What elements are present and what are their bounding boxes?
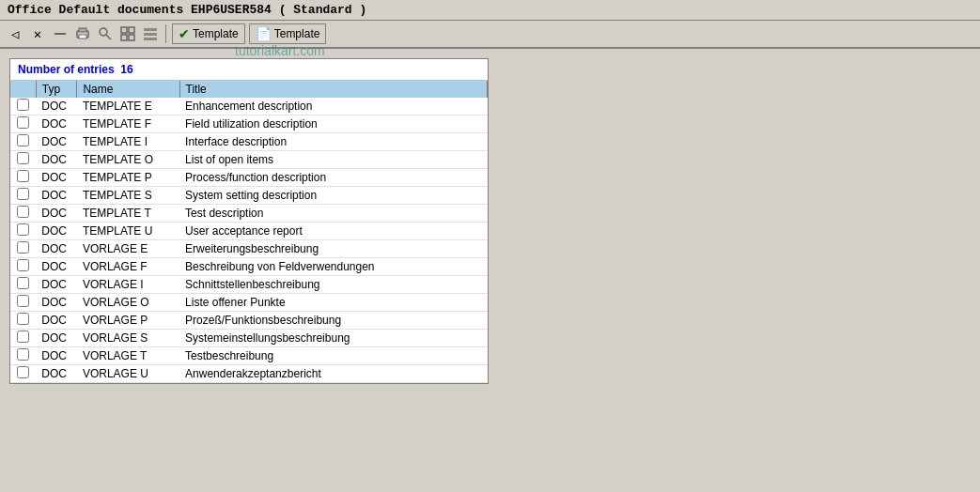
row-checkbox-input[interactable] [17, 170, 29, 182]
row-typ: DOC [36, 240, 77, 258]
row-checkbox-input[interactable] [17, 206, 29, 218]
row-title: Anwenderakzeptanzbericht [179, 365, 487, 383]
settings-icon[interactable] [141, 24, 160, 43]
row-typ: DOC [36, 294, 77, 312]
exit-icon[interactable]: ✕ [28, 24, 47, 43]
toolbar: ◁ ✕ ✔ Template [0, 21, 980, 49]
content-area: Number of entries 16 Typ Name Title DOCT… [0, 49, 980, 393]
row-checkbox-cell [10, 276, 36, 294]
row-title: Interface description [179, 133, 487, 151]
table-row: DOCVORLAGE TTestbeschreibung [10, 347, 488, 365]
svg-rect-9 [129, 35, 134, 40]
row-checkbox-cell [10, 312, 36, 330]
row-typ: DOC [36, 330, 77, 347]
row-checkbox-input[interactable] [17, 259, 29, 271]
row-name: VORLAGE P [77, 312, 179, 330]
svg-point-4 [100, 28, 107, 36]
row-checkbox-cell [10, 294, 36, 312]
table-row: DOCTEMPLATE EEnhancement description [10, 98, 488, 115]
print-icon[interactable] [73, 24, 92, 43]
row-checkbox-cell [10, 169, 36, 187]
template-btn1-label: Template [193, 27, 239, 40]
row-checkbox-cell [10, 365, 36, 383]
row-checkbox-input[interactable] [17, 99, 29, 111]
row-checkbox-input[interactable] [17, 152, 29, 164]
back-icon[interactable]: ◁ [6, 24, 24, 43]
table-header-row: Typ Name Title [10, 81, 488, 98]
row-name: VORLAGE T [77, 347, 179, 365]
row-checkbox-input[interactable] [17, 134, 29, 146]
row-checkbox-input[interactable] [17, 223, 29, 236]
row-name: VORLAGE O [77, 294, 179, 312]
table-row: DOCTEMPLATE OList of open items [10, 151, 488, 169]
svg-rect-8 [121, 35, 127, 40]
row-title: List of open items [179, 151, 487, 169]
row-typ: DOC [36, 365, 77, 383]
table-row: DOCVORLAGE PProzeß/Funktionsbeschreibung [10, 312, 488, 330]
row-typ: DOC [36, 151, 77, 169]
row-checkbox-input[interactable] [17, 313, 29, 325]
title-bar: Office Default documents EHP6USER584 ( S… [0, 0, 980, 21]
row-name: VORLAGE E [77, 240, 179, 258]
row-checkbox-input[interactable] [17, 331, 29, 343]
row-checkbox-cell [10, 115, 36, 133]
row-checkbox-input[interactable] [17, 188, 29, 200]
row-checkbox-cell [10, 133, 36, 151]
col-header-typ: Typ [36, 81, 77, 98]
row-title: Prozeß/Funktionsbeschreibung [179, 312, 487, 330]
svg-rect-2 [79, 28, 86, 32]
row-name: VORLAGE S [77, 330, 179, 347]
template-button-2[interactable]: 📄 Template [249, 23, 327, 44]
template-button-1[interactable]: ✔ Template [172, 23, 245, 44]
row-checkbox-input[interactable] [17, 295, 29, 307]
template-btn2-label: Template [274, 27, 320, 40]
row-title: Field utilization description [179, 115, 487, 133]
find-icon[interactable] [96, 24, 115, 43]
grid-icon[interactable] [118, 24, 137, 43]
data-table: Typ Name Title DOCTEMPLATE EEnhancement … [10, 81, 488, 383]
row-checkbox-cell [10, 98, 36, 115]
cancel-icon[interactable] [51, 24, 70, 43]
col-header-checkbox [10, 81, 36, 98]
row-name: TEMPLATE T [77, 205, 179, 223]
row-checkbox-input[interactable] [17, 116, 29, 129]
table-row: DOCVORLAGE OListe offener Punkte [10, 294, 488, 312]
template-check-icon: ✔ [179, 26, 190, 41]
svg-rect-0 [54, 33, 66, 35]
table-row: DOCTEMPLATE FField utilization descripti… [10, 115, 488, 133]
row-typ: DOC [36, 276, 77, 294]
row-title: Enhancement description [179, 98, 487, 115]
svg-rect-12 [144, 38, 157, 40]
row-title: Test description [179, 205, 487, 223]
row-checkbox-input[interactable] [17, 277, 29, 289]
template-doc-icon: 📄 [256, 26, 272, 41]
row-name: VORLAGE I [77, 276, 179, 294]
svg-rect-6 [121, 27, 127, 33]
row-checkbox-input[interactable] [17, 348, 29, 361]
row-name: TEMPLATE F [77, 115, 179, 133]
row-name: TEMPLATE P [77, 169, 179, 187]
svg-rect-7 [129, 27, 134, 33]
row-title: Testbeschreibung [179, 347, 487, 365]
row-name: VORLAGE F [77, 258, 179, 276]
row-typ: DOC [36, 115, 77, 133]
row-checkbox-input[interactable] [17, 241, 29, 254]
row-typ: DOC [36, 133, 77, 151]
row-typ: DOC [36, 258, 77, 276]
row-typ: DOC [36, 312, 77, 330]
row-checkbox-cell [10, 258, 36, 276]
row-typ: DOC [36, 205, 77, 223]
row-name: TEMPLATE I [77, 133, 179, 151]
table-row: DOCVORLAGE UAnwenderakzeptanzbericht [10, 365, 488, 383]
row-typ: DOC [36, 169, 77, 187]
row-checkbox-input[interactable] [17, 366, 29, 378]
row-name: VORLAGE U [77, 365, 179, 383]
row-checkbox-cell [10, 330, 36, 347]
col-header-title: Title [179, 81, 487, 98]
entries-label: Number of entries [18, 63, 115, 76]
row-title: System setting description [179, 187, 487, 205]
table-row: DOCVORLAGE ISchnittstellenbeschreibung [10, 276, 488, 294]
row-title: Liste offener Punkte [179, 294, 487, 312]
table-row: DOCVORLAGE SSystemeinstellungsbeschreibu… [10, 330, 488, 347]
row-name: TEMPLATE S [77, 187, 179, 205]
